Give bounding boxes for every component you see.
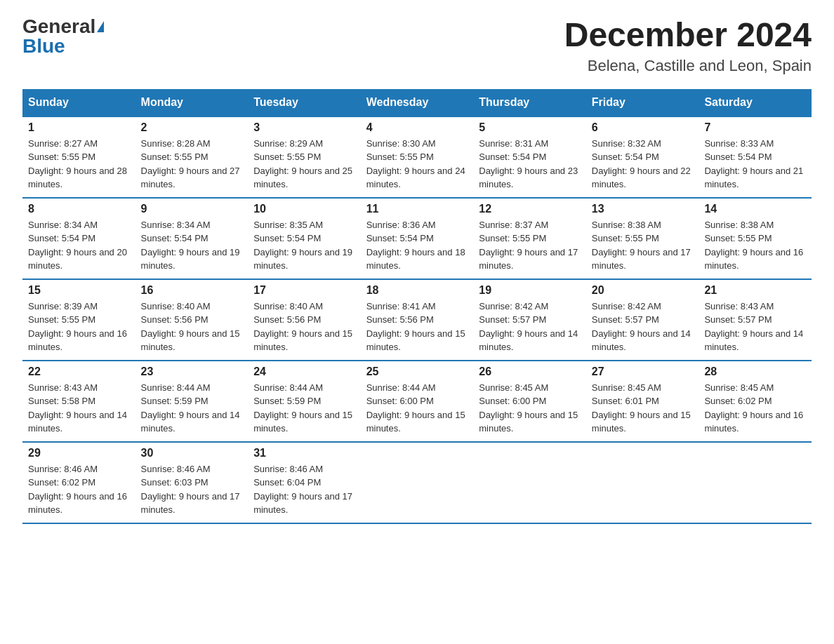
day-number: 2 <box>141 121 243 134</box>
weekday-header-row: SundayMondayTuesdayWednesdayThursdayFrid… <box>22 89 812 116</box>
day-info: Sunrise: 8:34 AMSunset: 5:54 PMDaylight:… <box>141 220 240 271</box>
calendar-day-cell: 13Sunrise: 8:38 AMSunset: 5:55 PMDayligh… <box>586 198 699 279</box>
day-number: 29 <box>28 447 130 459</box>
calendar-table: SundayMondayTuesdayWednesdayThursdayFrid… <box>22 89 812 524</box>
logo-triangle-icon <box>97 21 104 32</box>
day-info: Sunrise: 8:31 AMSunset: 5:54 PMDaylight:… <box>479 138 578 190</box>
day-number: 4 <box>366 121 468 134</box>
calendar-day-cell: 7Sunrise: 8:33 AMSunset: 5:54 PMDaylight… <box>699 116 812 198</box>
day-info: Sunrise: 8:44 AMSunset: 5:59 PMDaylight:… <box>141 382 240 434</box>
weekday-header-thursday: Thursday <box>473 89 586 116</box>
day-info: Sunrise: 8:46 AMSunset: 6:02 PMDaylight:… <box>28 464 127 516</box>
day-number: 12 <box>479 203 581 215</box>
calendar-day-cell: 24Sunrise: 8:44 AMSunset: 5:59 PMDayligh… <box>248 361 361 442</box>
day-number: 9 <box>141 203 243 215</box>
calendar-empty-cell <box>361 442 474 523</box>
day-number: 5 <box>479 121 581 134</box>
day-number: 6 <box>592 121 694 134</box>
calendar-day-cell: 9Sunrise: 8:34 AMSunset: 5:54 PMDaylight… <box>135 198 249 279</box>
calendar-day-cell: 2Sunrise: 8:28 AMSunset: 5:55 PMDaylight… <box>135 116 249 198</box>
calendar-day-cell: 27Sunrise: 8:45 AMSunset: 6:01 PMDayligh… <box>586 361 699 442</box>
day-number: 3 <box>253 121 355 134</box>
calendar-day-cell: 11Sunrise: 8:36 AMSunset: 5:54 PMDayligh… <box>361 198 474 279</box>
calendar-day-cell: 21Sunrise: 8:43 AMSunset: 5:57 PMDayligh… <box>699 279 812 361</box>
calendar-day-cell: 30Sunrise: 8:46 AMSunset: 6:03 PMDayligh… <box>135 442 249 523</box>
day-info: Sunrise: 8:38 AMSunset: 5:55 PMDaylight:… <box>592 220 691 271</box>
calendar-day-cell: 6Sunrise: 8:32 AMSunset: 5:54 PMDaylight… <box>586 116 699 198</box>
calendar-day-cell: 22Sunrise: 8:43 AMSunset: 5:58 PMDayligh… <box>22 361 135 442</box>
weekday-header-friday: Friday <box>586 89 699 116</box>
calendar-day-cell: 5Sunrise: 8:31 AMSunset: 5:54 PMDaylight… <box>473 116 586 198</box>
calendar-day-cell: 4Sunrise: 8:30 AMSunset: 5:55 PMDaylight… <box>361 116 474 198</box>
header: General Blue December 2024 Belena, Casti… <box>22 17 812 75</box>
day-number: 21 <box>704 284 806 297</box>
calendar-day-cell: 16Sunrise: 8:40 AMSunset: 5:56 PMDayligh… <box>135 279 249 361</box>
weekday-header-sunday: Sunday <box>22 89 135 116</box>
day-number: 23 <box>141 365 243 378</box>
day-info: Sunrise: 8:32 AMSunset: 5:54 PMDaylight:… <box>592 138 691 190</box>
logo: General Blue <box>22 17 104 56</box>
day-number: 11 <box>366 203 468 215</box>
calendar-day-cell: 14Sunrise: 8:38 AMSunset: 5:55 PMDayligh… <box>699 198 812 279</box>
logo-general-text: General <box>22 17 95 36</box>
day-number: 1 <box>28 121 130 134</box>
day-info: Sunrise: 8:45 AMSunset: 6:00 PMDaylight:… <box>479 382 578 434</box>
day-info: Sunrise: 8:46 AMSunset: 6:03 PMDaylight:… <box>141 464 240 516</box>
day-number: 26 <box>479 365 581 378</box>
day-number: 30 <box>141 447 243 459</box>
day-info: Sunrise: 8:27 AMSunset: 5:55 PMDaylight:… <box>28 138 127 190</box>
day-info: Sunrise: 8:41 AMSunset: 5:56 PMDaylight:… <box>366 301 465 353</box>
calendar-day-cell: 3Sunrise: 8:29 AMSunset: 5:55 PMDaylight… <box>248 116 361 198</box>
day-info: Sunrise: 8:45 AMSunset: 6:02 PMDaylight:… <box>704 382 803 434</box>
weekday-header-monday: Monday <box>135 89 249 116</box>
day-info: Sunrise: 8:43 AMSunset: 5:57 PMDaylight:… <box>704 301 803 353</box>
calendar-day-cell: 31Sunrise: 8:46 AMSunset: 6:04 PMDayligh… <box>248 442 361 523</box>
calendar-day-cell: 19Sunrise: 8:42 AMSunset: 5:57 PMDayligh… <box>473 279 586 361</box>
logo-blue-text: Blue <box>22 36 65 56</box>
day-number: 7 <box>704 121 806 134</box>
day-info: Sunrise: 8:39 AMSunset: 5:55 PMDaylight:… <box>28 301 127 353</box>
calendar-day-cell: 29Sunrise: 8:46 AMSunset: 6:02 PMDayligh… <box>22 442 135 523</box>
calendar-day-cell: 25Sunrise: 8:44 AMSunset: 6:00 PMDayligh… <box>361 361 474 442</box>
month-title: December 2024 <box>564 17 812 54</box>
calendar-day-cell: 10Sunrise: 8:35 AMSunset: 5:54 PMDayligh… <box>248 198 361 279</box>
day-number: 27 <box>592 365 694 378</box>
calendar-day-cell: 12Sunrise: 8:37 AMSunset: 5:55 PMDayligh… <box>473 198 586 279</box>
day-number: 20 <box>592 284 694 297</box>
day-info: Sunrise: 8:33 AMSunset: 5:54 PMDaylight:… <box>704 138 803 190</box>
day-info: Sunrise: 8:42 AMSunset: 5:57 PMDaylight:… <box>592 301 691 353</box>
calendar-week-row: 8Sunrise: 8:34 AMSunset: 5:54 PMDaylight… <box>22 198 812 279</box>
weekday-header-saturday: Saturday <box>699 89 812 116</box>
calendar-week-row: 29Sunrise: 8:46 AMSunset: 6:02 PMDayligh… <box>22 442 812 523</box>
day-info: Sunrise: 8:45 AMSunset: 6:01 PMDaylight:… <box>592 382 691 434</box>
day-info: Sunrise: 8:34 AMSunset: 5:54 PMDaylight:… <box>28 220 127 271</box>
day-number: 14 <box>704 203 806 215</box>
day-info: Sunrise: 8:29 AMSunset: 5:55 PMDaylight:… <box>253 138 352 190</box>
title-area: December 2024 Belena, Castille and Leon,… <box>564 17 812 75</box>
calendar-week-row: 15Sunrise: 8:39 AMSunset: 5:55 PMDayligh… <box>22 279 812 361</box>
day-number: 17 <box>253 284 355 297</box>
day-number: 24 <box>253 365 355 378</box>
calendar-day-cell: 28Sunrise: 8:45 AMSunset: 6:02 PMDayligh… <box>699 361 812 442</box>
day-info: Sunrise: 8:46 AMSunset: 6:04 PMDaylight:… <box>253 464 352 516</box>
day-number: 18 <box>366 284 468 297</box>
day-number: 16 <box>141 284 243 297</box>
day-info: Sunrise: 8:44 AMSunset: 5:59 PMDaylight:… <box>253 382 352 434</box>
day-number: 10 <box>253 203 355 215</box>
calendar-day-cell: 15Sunrise: 8:39 AMSunset: 5:55 PMDayligh… <box>22 279 135 361</box>
calendar-empty-cell <box>586 442 699 523</box>
day-info: Sunrise: 8:42 AMSunset: 5:57 PMDaylight:… <box>479 301 578 353</box>
day-info: Sunrise: 8:40 AMSunset: 5:56 PMDaylight:… <box>253 301 352 353</box>
calendar-day-cell: 1Sunrise: 8:27 AMSunset: 5:55 PMDaylight… <box>22 116 135 198</box>
calendar-day-cell: 17Sunrise: 8:40 AMSunset: 5:56 PMDayligh… <box>248 279 361 361</box>
day-number: 31 <box>253 447 355 459</box>
day-number: 8 <box>28 203 130 215</box>
day-info: Sunrise: 8:36 AMSunset: 5:54 PMDaylight:… <box>366 220 465 271</box>
day-info: Sunrise: 8:43 AMSunset: 5:58 PMDaylight:… <box>28 382 127 434</box>
calendar-day-cell: 20Sunrise: 8:42 AMSunset: 5:57 PMDayligh… <box>586 279 699 361</box>
calendar-day-cell: 23Sunrise: 8:44 AMSunset: 5:59 PMDayligh… <box>135 361 249 442</box>
day-number: 19 <box>479 284 581 297</box>
day-info: Sunrise: 8:44 AMSunset: 6:00 PMDaylight:… <box>366 382 465 434</box>
calendar-week-row: 22Sunrise: 8:43 AMSunset: 5:58 PMDayligh… <box>22 361 812 442</box>
day-number: 15 <box>28 284 130 297</box>
